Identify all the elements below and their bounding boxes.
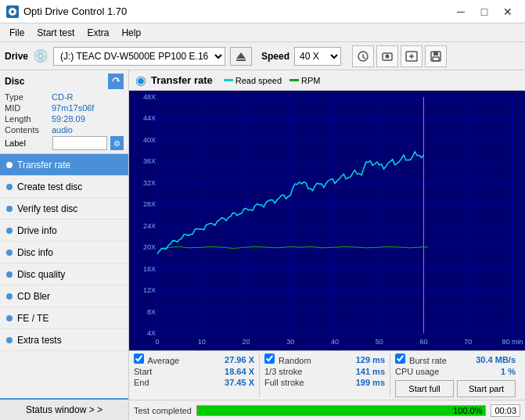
toolbar-icon-save[interactable]	[425, 45, 447, 67]
legend-rpm-label: RPM	[301, 76, 320, 85]
status-window-button[interactable]: Status window > >	[0, 398, 128, 420]
nav-drive-info[interactable]: Drive info	[0, 220, 128, 242]
nav-dot-drive-info	[6, 228, 13, 234]
stat-random: Random 129 ms	[264, 354, 385, 365]
stat-end-value: 37.45 X	[225, 378, 254, 387]
stat-full-stroke: Full stroke 199 ms	[264, 378, 385, 387]
nav-create-test-disc[interactable]: Create test disc	[0, 176, 128, 198]
nav-disc-quality[interactable]: Disc quality	[0, 264, 128, 285]
disc-length-value: 59:28.09	[52, 114, 85, 124]
titlebar-controls[interactable]: ─ □ ✕	[450, 3, 519, 20]
disc-mid-label: MID	[5, 103, 52, 113]
chart-header: ◉ Transfer rate Read speed RPM	[129, 70, 525, 91]
stat-start-value: 18.64 X	[225, 367, 254, 376]
menu-extra[interactable]: Extra	[81, 26, 115, 40]
nav-label-transfer-rate: Transfer rate	[17, 160, 70, 171]
stat-random-checkbox[interactable]	[264, 354, 275, 364]
legend-rpm-color	[289, 79, 299, 81]
disc-contents-label: Contents	[5, 125, 52, 135]
svg-rect-10	[433, 57, 439, 61]
nav-transfer-rate[interactable]: Transfer rate	[0, 154, 128, 176]
drive-label: Drive	[5, 51, 28, 62]
disc-refresh-button[interactable]	[108, 74, 124, 89]
stat-burst-label: Burst rate	[395, 354, 447, 365]
nav-fe-te[interactable]: FE / TE	[0, 307, 128, 329]
maximize-button[interactable]: □	[473, 3, 495, 20]
minimize-button[interactable]: ─	[450, 3, 472, 20]
content-area: ◉ Transfer rate Read speed RPM	[129, 70, 525, 420]
nav-dot-create-test-disc	[6, 184, 13, 190]
disc-type-label: Type	[5, 92, 52, 102]
speed-select[interactable]: 40 X	[294, 47, 341, 66]
status-window-label: Status window > >	[26, 404, 102, 415]
nav-disc-info[interactable]: Disc info	[0, 242, 128, 264]
stat-burst-checkbox[interactable]	[395, 354, 405, 364]
stat-random-label: Random	[264, 354, 311, 365]
stat-random-value: 129 ms	[356, 355, 385, 364]
stat-cpu-value: 1 %	[501, 367, 516, 376]
progress-track: 100.0%	[196, 405, 486, 416]
nav-cd-bler[interactable]: CD Bler	[0, 285, 128, 307]
nav-dot-verify-test-disc	[6, 206, 13, 212]
stat-one-third: 1/3 stroke 141 ms	[264, 367, 385, 376]
toolbar-icon-1[interactable]	[352, 45, 374, 67]
start-buttons: Start full Start part	[395, 379, 516, 397]
stat-average-checkbox[interactable]	[134, 354, 144, 364]
status-text: Test completed	[134, 406, 192, 415]
nav-label-cd-bler: CD Bler	[17, 291, 50, 302]
drive-select[interactable]: (J:) TEAC DV-W5000E PP100 E.16	[53, 47, 225, 66]
disc-label-row: Label ⚙	[5, 136, 124, 150]
menubar: File Start test Extra Help	[0, 23, 525, 42]
stat-end-label: End	[134, 378, 149, 387]
nav-label-disc-quality: Disc quality	[17, 269, 65, 280]
time-display: 00:03	[491, 404, 520, 417]
disc-mid-value: 97m17s06f	[52, 103, 94, 113]
stats-col-right: Burst rate 30.4 MB/s CPU usage 1 % Start…	[390, 354, 520, 397]
stat-average-value: 27.96 X	[225, 355, 254, 364]
sidebar: Disc Type CD-R MID 97m17s06f Length 59:2…	[0, 70, 129, 420]
start-full-button[interactable]: Start full	[395, 380, 454, 397]
menu-start-test[interactable]: Start test	[31, 26, 81, 40]
stat-average-label: Average	[134, 354, 179, 365]
toolbar-icon-3[interactable]	[401, 45, 423, 67]
nav-dot-disc-info	[6, 249, 13, 256]
disc-label-cog-button[interactable]: ⚙	[110, 136, 124, 150]
stat-one-third-value: 141 ms	[356, 367, 385, 376]
disc-label-input[interactable]	[52, 136, 107, 150]
stat-burst: Burst rate 30.4 MB/s	[395, 354, 516, 365]
nav-dot-transfer-rate	[6, 162, 13, 168]
menu-help[interactable]: Help	[115, 26, 147, 40]
disc-contents-value: audio	[52, 125, 73, 135]
svg-point-1	[11, 10, 14, 13]
chart-icon: ◉	[135, 73, 146, 88]
legend-read-speed: Read speed	[224, 76, 282, 85]
nav-extra-tests[interactable]: Extra tests	[0, 329, 128, 351]
drivebar: Drive 💿 (J:) TEAC DV-W5000E PP100 E.16 S…	[0, 42, 525, 70]
toolbar-icon-2[interactable]	[376, 45, 398, 67]
stat-start-label: Start	[134, 367, 152, 376]
nav-label-drive-info: Drive info	[17, 225, 57, 236]
legend-read-speed-label: Read speed	[236, 76, 282, 85]
app-icon	[6, 5, 19, 18]
stat-burst-value: 30.4 MB/s	[476, 355, 516, 364]
app-title: Opti Drive Control 1.70	[23, 5, 127, 17]
progress-fill	[197, 406, 485, 415]
nav-dot-extra-tests	[6, 337, 13, 343]
stat-end: End 37.45 X	[134, 378, 254, 387]
progress-percent: 100.0%	[453, 406, 482, 415]
progress-bar-area: Test completed 100.0% 00:03	[129, 400, 525, 420]
start-part-button[interactable]: Start part	[457, 380, 516, 397]
close-button[interactable]: ✕	[497, 3, 519, 20]
nav-verify-test-disc[interactable]: Verify test disc	[0, 198, 128, 220]
speed-label: Speed	[261, 51, 289, 62]
disc-type-row: Type CD-R	[5, 92, 124, 102]
nav-dot-disc-quality	[6, 271, 13, 278]
eject-button[interactable]	[230, 47, 252, 66]
legend-rpm: RPM	[289, 76, 320, 85]
main: Disc Type CD-R MID 97m17s06f Length 59:2…	[0, 70, 525, 420]
disc-type-value: CD-R	[52, 92, 74, 102]
disc-mid-row: MID 97m17s06f	[5, 103, 124, 113]
disc-length-row: Length 59:28.09	[5, 114, 124, 124]
menu-file[interactable]: File	[3, 26, 31, 40]
titlebar: Opti Drive Control 1.70 ─ □ ✕	[0, 0, 525, 23]
